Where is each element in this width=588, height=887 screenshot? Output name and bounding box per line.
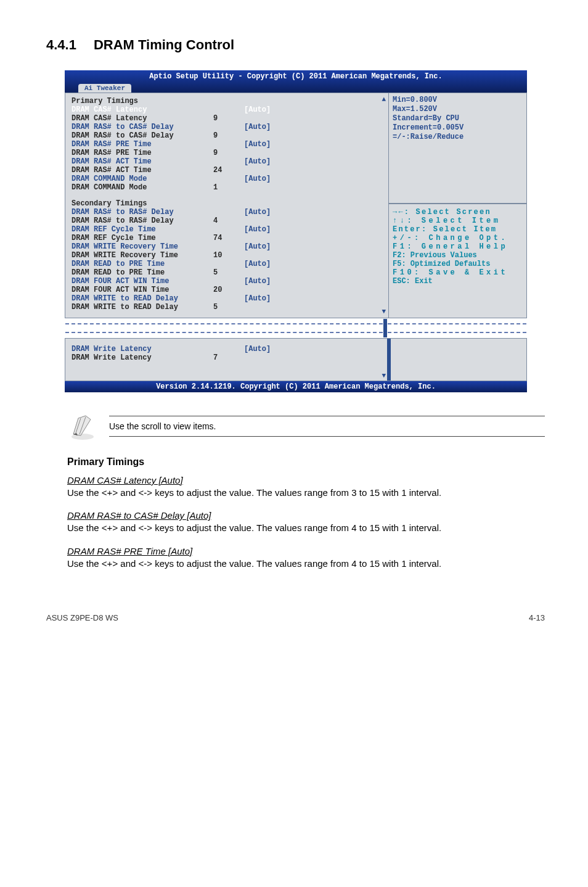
page-tear-bottom — [65, 327, 527, 338]
bios-lower-side — [388, 338, 527, 381]
primary-timing-option[interactable]: [Auto] — [244, 123, 293, 131]
secondary-timing-row: DRAM WRITE Recovery Time10 — [71, 251, 382, 260]
secondary-timing-option[interactable]: [Auto] — [244, 225, 293, 234]
bios-help-line: +/-: Change Opt. — [393, 234, 523, 242]
secondary-timing-option[interactable]: [Auto] — [244, 208, 293, 217]
bios-help-line: ESC: Exit — [393, 277, 523, 286]
primary-timing-value: 1 — [213, 183, 244, 192]
secondary-timing-row[interactable]: DRAM WRITE Recovery Time[Auto] — [71, 242, 382, 251]
secondary-timing-row[interactable]: DRAM READ to PRE Time[Auto] — [71, 260, 382, 268]
bios-help-box: →←: Select Screen↑↓: Select ItemEnter: S… — [388, 204, 527, 318]
primary-timing-label: DRAM COMMAND Mode — [71, 183, 213, 192]
note-block: Use the scroll to view items. — [67, 411, 545, 442]
primary-timing-row[interactable]: DRAM CAS# Latency[Auto] — [71, 105, 382, 114]
pencil-icon — [67, 411, 98, 442]
bios-side-panel: Min=0.800VMax=1.520VStandard=By CPUIncre… — [388, 93, 527, 318]
scroll-down-icon[interactable]: ▼ — [382, 308, 386, 315]
primary-timing-label: DRAM RAS# PRE Time — [71, 149, 213, 157]
secondary-timing-label: DRAM WRITE to READ Delay — [71, 303, 213, 311]
primary-timing-row: DRAM RAS# PRE Time9 — [71, 149, 382, 157]
bios-tab-row: Ai Tweaker — [78, 84, 131, 93]
primary-timing-row[interactable]: DRAM RAS# PRE Time[Auto] — [71, 140, 382, 149]
primary-timing-option[interactable]: [Auto] — [244, 105, 293, 114]
extra-timing-option[interactable]: [Auto] — [244, 345, 293, 353]
setting-description: Use the <+> and <-> keys to adjust the v… — [67, 522, 539, 534]
primary-timing-value: 9 — [213, 149, 244, 157]
primary-timing-row[interactable]: DRAM COMMAND Mode[Auto] — [71, 175, 382, 183]
secondary-timings-heading: Secondary Timings — [71, 199, 213, 208]
secondary-timing-value: 20 — [213, 286, 244, 294]
primary-timing-label: DRAM RAS# ACT Time — [71, 166, 213, 175]
secondary-timing-row: DRAM WRITE to READ Delay5 — [71, 303, 382, 311]
primary-timing-row[interactable]: DRAM RAS# ACT Time[Auto] — [71, 157, 382, 166]
extra-timing-row[interactable]: DRAM Write Latency[Auto] — [71, 345, 382, 353]
bios-help-line: F5: Optimized Defaults — [393, 260, 523, 268]
bios-screenshot: Aptio Setup Utility - Copyright (C) 2011… — [65, 70, 527, 392]
secondary-timing-value: 74 — [213, 234, 244, 242]
bios-info-line: Increment=0.005V — [393, 123, 523, 133]
secondary-timing-row[interactable]: DRAM REF Cycle Time[Auto] — [71, 225, 382, 234]
section-heading: 4.4.1 DRAM Timing Control — [46, 37, 545, 53]
primary-timing-label: DRAM COMMAND Mode — [71, 175, 213, 183]
bios-main-panel: ▲ Primary Timings DRAM CAS# Latency[Auto… — [65, 93, 388, 318]
primary-timing-label: DRAM RAS# to CAS# Delay — [71, 131, 213, 140]
bios-help-line: F10: Save & Exit — [393, 268, 523, 277]
secondary-timing-value: 5 — [213, 303, 244, 311]
primary-timing-row[interactable]: DRAM RAS# to CAS# Delay[Auto] — [71, 123, 382, 131]
primary-timing-value: 24 — [213, 166, 244, 175]
setting-title: DRAM RAS# to CAS# Delay [Auto] — [67, 510, 539, 521]
primary-timing-row: DRAM COMMAND Mode1 — [71, 183, 382, 192]
secondary-timing-row[interactable]: DRAM FOUR ACT WIN Time[Auto] — [71, 277, 382, 286]
secondary-timing-row[interactable]: DRAM WRITE to READ Delay[Auto] — [71, 294, 382, 303]
primary-timing-value: 9 — [213, 114, 244, 123]
bios-info-line: Standard=By CPU — [393, 114, 523, 123]
bios-info-line: =/-:Raise/Reduce — [393, 133, 523, 142]
secondary-timing-value: 4 — [213, 217, 244, 225]
secondary-timing-row: DRAM FOUR ACT WIN Time20 — [71, 286, 382, 294]
secondary-timing-row[interactable]: DRAM RAS# to RAS# Delay[Auto] — [71, 208, 382, 217]
note-text: Use the scroll to view items. — [109, 421, 216, 431]
secondary-timing-row: DRAM REF Cycle Time74 — [71, 234, 382, 242]
bios-header-text: Aptio Setup Utility - Copyright (C) 2011… — [70, 72, 522, 81]
bios-help-line: F1: General Help — [393, 242, 523, 251]
extra-timing-label: DRAM Write Latency — [71, 345, 213, 353]
secondary-timing-label: DRAM READ to PRE Time — [71, 268, 213, 277]
bios-tab-ai-tweaker[interactable]: Ai Tweaker — [78, 84, 131, 93]
secondary-timing-option[interactable]: [Auto] — [244, 277, 293, 286]
primary-timings-body-heading: Primary Timings — [67, 456, 539, 468]
secondary-timing-option[interactable]: [Auto] — [244, 260, 293, 268]
scroll-up-icon[interactable]: ▲ — [382, 96, 386, 103]
secondary-timing-option[interactable]: [Auto] — [244, 294, 293, 303]
primary-timing-label: DRAM CAS# Latency — [71, 105, 213, 114]
scroll-down-icon-2[interactable]: ▼ — [382, 372, 386, 379]
secondary-timing-label: DRAM READ to PRE Time — [71, 260, 213, 268]
primary-timing-label: DRAM RAS# PRE Time — [71, 140, 213, 149]
bios-info-line: Max=1.520V — [393, 105, 523, 114]
secondary-timing-row: DRAM READ to PRE Time5 — [71, 268, 382, 277]
secondary-timing-label: DRAM FOUR ACT WIN Time — [71, 286, 213, 294]
section-title-text: DRAM Timing Control — [94, 37, 234, 53]
bios-help-line: ↑↓: Select Item — [393, 217, 523, 225]
primary-timing-option[interactable]: [Auto] — [244, 140, 293, 149]
secondary-timing-label: DRAM REF Cycle Time — [71, 234, 213, 242]
bios-info-box: Min=0.800VMax=1.520VStandard=By CPUIncre… — [388, 93, 527, 204]
primary-timing-label: DRAM RAS# ACT Time — [71, 157, 213, 166]
primary-timing-row: DRAM RAS# to CAS# Delay9 — [71, 131, 382, 140]
secondary-timing-label: DRAM RAS# to RAS# Delay — [71, 217, 213, 225]
bios-info-line: Min=0.800V — [393, 96, 523, 105]
setting-description: Use the <+> and <-> keys to adjust the v… — [67, 558, 539, 570]
secondary-timing-row: DRAM RAS# to RAS# Delay4 — [71, 217, 382, 225]
secondary-timing-value: 10 — [213, 251, 244, 260]
primary-timing-label: DRAM RAS# to CAS# Delay — [71, 123, 213, 131]
primary-timing-option[interactable]: [Auto] — [244, 175, 293, 183]
primary-timings-heading: Primary Timings — [71, 97, 213, 105]
bios-help-line: Enter: Select Item — [393, 225, 523, 234]
secondary-timing-option[interactable]: [Auto] — [244, 242, 293, 251]
setting-description: Use the <+> and <-> keys to adjust the v… — [67, 487, 539, 499]
footer-left: ASUS Z9PE-D8 WS — [46, 613, 118, 622]
footer-right: 4-13 — [529, 613, 545, 622]
primary-timing-option[interactable]: [Auto] — [244, 157, 293, 166]
body-content: Primary Timings DRAM CAS# Latency [Auto]… — [67, 456, 539, 570]
section-number: 4.4.1 — [46, 37, 76, 53]
secondary-timing-label: DRAM WRITE Recovery Time — [71, 251, 213, 260]
